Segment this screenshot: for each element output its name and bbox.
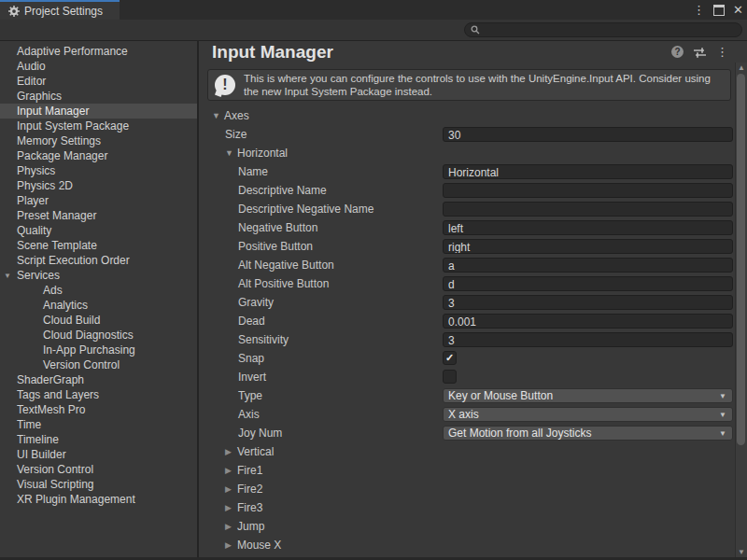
scroll-down-icon[interactable]: ▼ (736, 548, 747, 556)
search-box[interactable] (464, 22, 742, 37)
text-field-descriptive-negative-name[interactable] (443, 202, 733, 217)
sidebar-item-time[interactable]: Time (0, 417, 197, 432)
sidebar-item-tags-and-layers[interactable]: Tags and Layers (0, 387, 197, 402)
sidebar-item-timeline[interactable]: Timeline (0, 432, 197, 447)
text-field-alt-positive-button[interactable]: d (443, 276, 733, 291)
sidebar-item-script-execution-order[interactable]: Script Execution Order (0, 253, 197, 268)
text-field-size[interactable]: 30 (443, 127, 733, 142)
foldout-closed-icon[interactable]: ▶ (225, 447, 233, 456)
sidebar-item-quality[interactable]: Quality (0, 223, 197, 238)
text-field-gravity[interactable]: 3 (443, 295, 733, 310)
sidebar-item-audio[interactable]: Audio (0, 59, 197, 74)
row-horizontal: ▼Horizontal (199, 144, 735, 162)
text-field-name[interactable]: Horizontal (443, 164, 733, 179)
foldout-closed-icon[interactable]: ▶ (225, 466, 233, 475)
tab-project-settings[interactable]: Project Settings (0, 0, 120, 20)
dropdown-type[interactable]: Key or Mouse Button▼ (443, 388, 733, 403)
row-jump: ▶Jump (199, 517, 735, 536)
sidebar-item-ads[interactable]: Ads (0, 283, 197, 298)
text-field-sensitivity[interactable]: 3 (443, 332, 733, 347)
value-area: a (443, 258, 733, 273)
text-field-dead[interactable]: 0.001 (443, 314, 733, 329)
project-settings-window: Project Settings ⋮ ✕ Adaptive Performanc… (0, 0, 747, 560)
sidebar-item-cloud-build[interactable]: Cloud Build (0, 313, 197, 328)
foldout-open-icon[interactable]: ▼ (212, 111, 220, 120)
prop-label: Dead (238, 315, 265, 328)
sidebar-item-editor[interactable]: Editor (0, 74, 197, 89)
sidebar-item-in-app-purchasing[interactable]: In-App Purchasing (0, 343, 197, 357)
sidebar-item-package-manager[interactable]: Package Manager (0, 148, 197, 163)
presets-icon[interactable] (694, 47, 706, 58)
checkbox-snap[interactable]: ✓ (443, 351, 457, 365)
sidebar-item-analytics[interactable]: Analytics (0, 298, 197, 313)
value-area: Horizontal (443, 164, 733, 179)
checkbox-invert[interactable] (443, 370, 457, 384)
sidebar-item-cloud-diagnostics[interactable]: Cloud Diagnostics (0, 328, 197, 343)
sidebar-item-version-control[interactable]: Version Control (0, 357, 197, 372)
scrollbar-thumb[interactable] (737, 74, 745, 445)
sidebar-item-label: Quality (17, 224, 51, 237)
scroll-up-icon[interactable]: ▲ (736, 63, 747, 72)
sidebar-item-adaptive-performance[interactable]: Adaptive Performance (0, 44, 197, 59)
sidebar-item-scene-template[interactable]: Scene Template (0, 238, 197, 253)
help-icon[interactable]: ? (671, 46, 684, 58)
window-menu-icon[interactable]: ⋮ (693, 4, 705, 16)
sidebar-item-ui-builder[interactable]: UI Builder (0, 447, 197, 462)
sidebar-item-shadergraph[interactable]: ShaderGraph (0, 372, 197, 387)
sidebar-item-graphics[interactable]: Graphics (0, 89, 197, 104)
foldout-label[interactable]: Mouse X (237, 539, 281, 552)
row-descriptive-name: Descriptive Name (199, 181, 735, 200)
foldout-label[interactable]: Horizontal (237, 147, 288, 160)
text-field-negative-button[interactable]: left (443, 220, 733, 235)
sidebar-item-xr-plugin-management[interactable]: XR Plugin Management (0, 492, 197, 507)
foldout-closed-icon[interactable]: ▶ (225, 522, 233, 531)
prop-label: Positive Button (238, 240, 313, 253)
value-area: Get Motion from all Joysticks▼ (443, 426, 733, 441)
sidebar-item-label: Services (17, 269, 60, 282)
foldout-open-icon[interactable]: ▼ (225, 148, 233, 158)
text-field-descriptive-name[interactable] (443, 183, 733, 198)
sidebar-item-preset-manager[interactable]: Preset Manager (0, 208, 197, 223)
page-title: Input Manager (212, 42, 333, 63)
dropdown-joy-num[interactable]: Get Motion from all Joysticks▼ (443, 426, 733, 441)
foldout-label[interactable]: Vertical (237, 445, 274, 458)
row-joy-num: Joy NumGet Motion from all Joysticks▼ (199, 424, 735, 442)
prop-label: Joy Num (238, 427, 282, 440)
search-input[interactable] (484, 23, 741, 36)
row-axis: AxisX axis▼ (199, 405, 735, 424)
sidebar-item-visual-scripting[interactable]: Visual Scripting (0, 477, 197, 492)
row-snap: Snap✓ (199, 349, 735, 368)
settings-content: This is where you can configure the cont… (199, 63, 735, 557)
info-text: This is where you can configure the cont… (244, 72, 723, 98)
foldout-label[interactable]: Jump (237, 520, 264, 533)
foldout-label[interactable]: Fire3 (237, 501, 262, 514)
foldout-label[interactable]: Fire1 (237, 464, 262, 477)
vertical-scrollbar[interactable]: ▲ ▼ (735, 63, 747, 557)
sidebar-item-player[interactable]: Player (0, 193, 197, 208)
foldout-label[interactable]: Axes (224, 109, 249, 122)
sidebar-item-textmesh-pro[interactable]: TextMesh Pro (0, 402, 197, 417)
value-area: X axis▼ (443, 407, 733, 422)
sidebar-item-input-system-package[interactable]: Input System Package (0, 119, 197, 133)
sidebar-item-input-manager[interactable]: Input Manager (0, 104, 197, 119)
sidebar-item-services[interactable]: ▼Services (0, 268, 197, 283)
foldout-closed-icon[interactable]: ▶ (225, 484, 233, 494)
close-icon[interactable]: ✕ (733, 4, 743, 16)
foldout-closed-icon[interactable]: ▶ (225, 540, 233, 550)
text-field-positive-button[interactable]: right (443, 239, 733, 254)
dropdown-axis[interactable]: X axis▼ (443, 407, 733, 422)
more-icon[interactable]: ⋮ (716, 46, 728, 58)
sidebar-item-version-control[interactable]: Version Control (0, 462, 197, 477)
prop-label: Invert (238, 371, 266, 384)
maximize-icon[interactable] (713, 5, 725, 16)
toolbar (0, 20, 747, 41)
sidebar-item-physics[interactable]: Physics (0, 163, 197, 178)
sidebar-item-memory-settings[interactable]: Memory Settings (0, 133, 197, 148)
foldout-closed-icon[interactable]: ▶ (225, 503, 233, 512)
text-field-alt-negative-button[interactable]: a (443, 258, 733, 273)
foldout-label[interactable]: Fire2 (237, 483, 262, 496)
prop-label: Negative Button (238, 221, 317, 234)
sidebar-item-physics-2d[interactable]: Physics 2D (0, 178, 197, 193)
prop-label: Name (238, 165, 268, 178)
foldout-open-icon[interactable]: ▼ (4, 272, 11, 280)
